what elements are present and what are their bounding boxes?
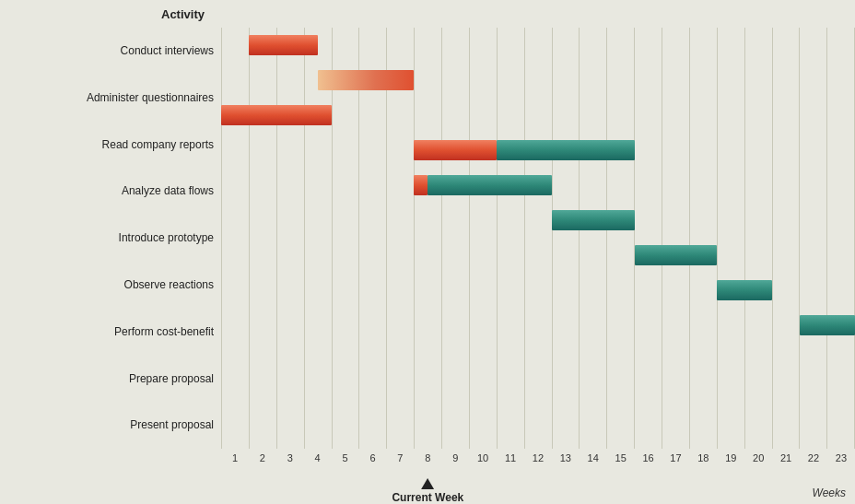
bar-row	[221, 168, 855, 203]
y-label: Administer questionnaires	[0, 80, 214, 115]
bar-segment-incomplete	[552, 210, 635, 230]
x-tick: 14	[580, 449, 607, 463]
bar-segment-partial	[318, 70, 415, 90]
x-tick: 6	[359, 449, 387, 463]
bar-segment-incomplete	[635, 245, 718, 265]
bar-row	[221, 273, 855, 308]
main-area: Conduct interviewsAdminister questionnai…	[0, 28, 855, 449]
current-week-label: Current Week	[392, 491, 463, 504]
x-tick: 9	[441, 449, 469, 463]
x-axis-area: 1234567891011121314151617181920212223 Cu…	[221, 449, 855, 504]
chart-title: Activity	[161, 7, 205, 21]
x-tick: 8	[414, 449, 441, 463]
x-tick: 20	[744, 449, 772, 463]
y-label: Analyze data flows	[0, 174, 214, 209]
current-week-area: Current Week	[221, 463, 855, 504]
x-tick: 22	[800, 449, 827, 463]
y-label: Present proposal	[0, 408, 214, 443]
x-tick: 1	[221, 449, 249, 463]
x-tick: 3	[276, 449, 304, 463]
x-tick: 16	[635, 449, 662, 463]
bar-segment-completed	[414, 140, 497, 160]
y-label: Introduce prototype	[0, 220, 214, 255]
y-label: Perform cost-benefit	[0, 314, 214, 349]
bar-segment-incomplete	[800, 315, 855, 335]
bar-row	[221, 203, 855, 238]
weeks-label: Weeks	[813, 486, 846, 499]
y-label: Conduct interviews	[0, 33, 214, 68]
x-tick: 7	[386, 449, 414, 463]
x-tick: 15	[607, 449, 635, 463]
y-labels: Conduct interviewsAdminister questionnai…	[0, 28, 221, 449]
x-ticks: 1234567891011121314151617181920212223	[221, 449, 855, 463]
bars-area	[221, 28, 855, 449]
x-tick: 17	[662, 449, 690, 463]
x-tick: 5	[332, 449, 359, 463]
x-tick: 2	[249, 449, 276, 463]
y-label: Read company reports	[0, 127, 214, 162]
y-label: Observe reactions	[0, 267, 214, 302]
bar-segment-completed	[414, 175, 428, 195]
bar-row	[221, 238, 855, 273]
bar-segment-incomplete	[497, 140, 635, 160]
bar-row	[221, 308, 855, 343]
x-tick: 4	[304, 449, 332, 463]
x-tick: 23	[827, 449, 855, 463]
bar-row	[221, 98, 855, 133]
y-label: Prepare proposal	[0, 361, 214, 396]
x-tick: 18	[689, 449, 717, 463]
bar-segment-completed	[221, 105, 332, 125]
bar-segment-completed	[249, 35, 318, 55]
bar-segment-incomplete	[717, 280, 772, 300]
x-tick: 21	[772, 449, 800, 463]
grid-area	[221, 28, 855, 449]
x-tick: 10	[469, 449, 497, 463]
x-tick: 13	[552, 449, 580, 463]
bar-row	[221, 133, 855, 168]
chart-container: Activity Incomplete activity Completed a…	[0, 0, 855, 504]
bar-segment-incomplete	[428, 175, 552, 195]
bar-row	[221, 28, 855, 63]
current-week-marker: Current Week	[392, 478, 463, 504]
x-tick: 11	[497, 449, 524, 463]
x-tick: 19	[717, 449, 744, 463]
current-week-arrow	[421, 478, 434, 489]
bar-row	[221, 63, 855, 98]
x-tick: 12	[524, 449, 552, 463]
